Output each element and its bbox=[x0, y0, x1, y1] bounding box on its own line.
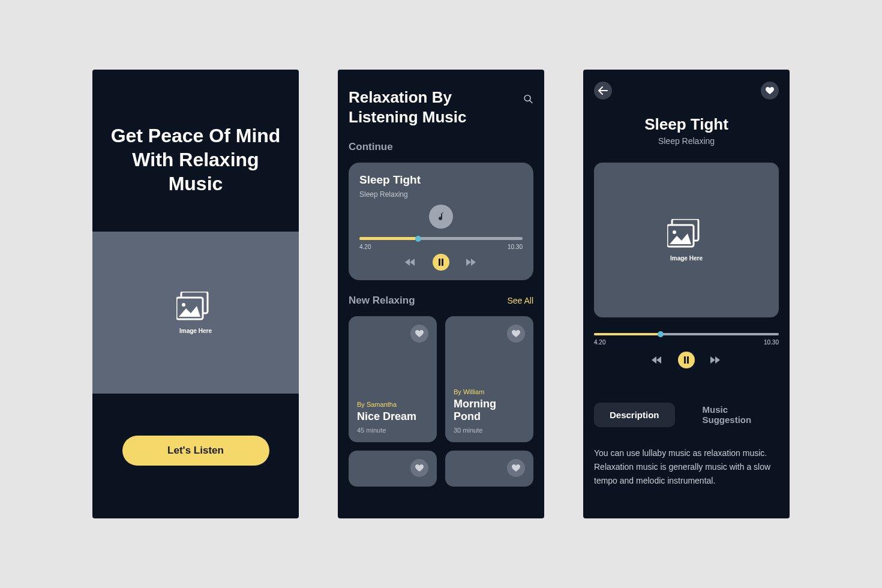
heart-icon bbox=[512, 330, 520, 338]
favorite-button[interactable] bbox=[410, 325, 428, 343]
track-card[interactable] bbox=[349, 451, 437, 487]
time-total: 10.30 bbox=[764, 339, 779, 346]
time-row: 4.20 10.30 bbox=[359, 244, 523, 250]
track-author: By William bbox=[454, 388, 525, 395]
rewind-icon[interactable] bbox=[652, 356, 662, 364]
forward-icon[interactable] bbox=[466, 258, 477, 266]
player-controls bbox=[594, 352, 779, 368]
progress-fill bbox=[594, 333, 661, 335]
continue-track-subtitle: Sleep Relaxing bbox=[359, 190, 523, 199]
rewind-icon[interactable] bbox=[405, 258, 416, 266]
arrow-left-icon bbox=[598, 86, 608, 95]
pause-button[interactable] bbox=[433, 254, 449, 271]
back-button[interactable] bbox=[594, 82, 612, 100]
heart-icon bbox=[766, 87, 774, 95]
favorite-button[interactable] bbox=[507, 459, 525, 477]
progress-bar[interactable] bbox=[594, 333, 779, 335]
track-title: Nice Dream bbox=[357, 410, 428, 423]
time-current: 4.20 bbox=[594, 339, 605, 346]
heart-icon bbox=[415, 330, 424, 338]
track-card[interactable] bbox=[445, 451, 533, 487]
music-note-icon bbox=[429, 205, 453, 229]
home-screen: Relaxation By Listening Music Continue S… bbox=[338, 70, 544, 518]
favorite-button[interactable] bbox=[410, 459, 428, 477]
new-relaxing-header: New Relaxing See All bbox=[349, 295, 533, 307]
favorite-button[interactable] bbox=[761, 82, 779, 100]
time-row: 4.20 10.30 bbox=[594, 339, 779, 346]
player-artwork-placeholder: Image Here bbox=[594, 163, 779, 317]
hero-image-placeholder: Image Here bbox=[92, 232, 299, 394]
svg-line-4 bbox=[530, 100, 532, 103]
new-relaxing-label: New Relaxing bbox=[349, 295, 415, 307]
continue-card[interactable]: Sleep Tight Sleep Relaxing 4.20 10.30 bbox=[349, 163, 533, 280]
player-tabs: Description Music Suggestion bbox=[594, 397, 779, 432]
svg-rect-5 bbox=[439, 259, 440, 266]
continue-section-label: Continue bbox=[349, 141, 533, 153]
search-icon[interactable] bbox=[523, 92, 533, 106]
tab-description[interactable]: Description bbox=[594, 403, 675, 427]
progress-bar[interactable] bbox=[359, 237, 523, 240]
heart-icon bbox=[512, 464, 520, 472]
onboarding-title: Get Peace Of Mind With Relaxing Music bbox=[92, 124, 299, 196]
svg-rect-6 bbox=[442, 259, 443, 266]
player-track-subtitle: Sleep Relaxing bbox=[594, 136, 779, 146]
player-track-title: Sleep Tight bbox=[594, 115, 779, 134]
svg-point-2 bbox=[182, 303, 185, 307]
player-controls bbox=[359, 254, 523, 271]
progress-fill bbox=[359, 237, 418, 240]
home-header: Relaxation By Listening Music bbox=[349, 88, 533, 127]
player-progress-area: 4.20 10.30 bbox=[594, 333, 779, 346]
home-title: Relaxation By Listening Music bbox=[349, 88, 523, 127]
track-author: By Samantha bbox=[357, 401, 428, 408]
time-current: 4.20 bbox=[359, 244, 371, 250]
svg-rect-10 bbox=[684, 356, 686, 364]
svg-rect-11 bbox=[687, 356, 689, 364]
player-top-bar bbox=[594, 82, 779, 100]
image-icon bbox=[667, 219, 706, 249]
tab-music-suggestion[interactable]: Music Suggestion bbox=[687, 397, 779, 432]
track-card[interactable]: By William Morning Pond 30 minute bbox=[445, 316, 533, 442]
track-duration: 30 minute bbox=[454, 427, 525, 434]
track-card[interactable]: By Samantha Nice Dream 45 minute bbox=[349, 316, 437, 442]
onboarding-screen: Get Peace Of Mind With Relaxing Music Im… bbox=[92, 70, 299, 518]
description-text: You can use lullaby music as relaxation … bbox=[594, 446, 779, 488]
pause-button[interactable] bbox=[678, 352, 695, 368]
lets-listen-button[interactable]: Let's Listen bbox=[122, 436, 269, 466]
continue-track-title: Sleep Tight bbox=[359, 173, 523, 187]
track-grid: By Samantha Nice Dream 45 minute By Will… bbox=[349, 316, 533, 487]
time-total: 10.30 bbox=[508, 244, 523, 250]
svg-point-9 bbox=[673, 230, 676, 234]
image-placeholder-label: Image Here bbox=[670, 255, 703, 262]
progress-thumb[interactable] bbox=[415, 236, 421, 242]
forward-icon[interactable] bbox=[710, 356, 721, 364]
image-icon bbox=[176, 292, 215, 322]
player-screen: Sleep Tight Sleep Relaxing Image Here 4.… bbox=[583, 70, 790, 518]
track-duration: 45 minute bbox=[357, 427, 428, 434]
image-placeholder-label: Image Here bbox=[179, 328, 212, 334]
see-all-link[interactable]: See All bbox=[507, 296, 533, 305]
heart-icon bbox=[415, 464, 424, 472]
track-title: Morning Pond bbox=[454, 398, 525, 423]
favorite-button[interactable] bbox=[507, 325, 525, 343]
progress-thumb[interactable] bbox=[658, 331, 664, 337]
